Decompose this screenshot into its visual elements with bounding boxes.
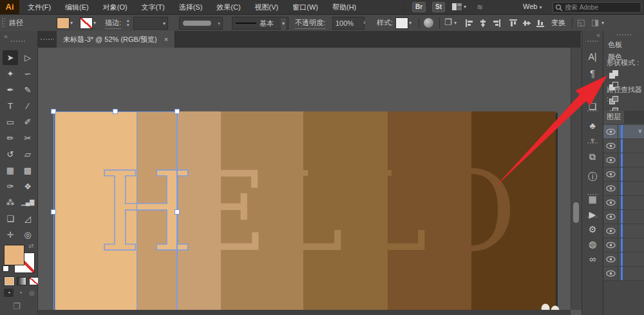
menu-窗口(W)[interactable]: 窗口(W) <box>285 0 325 14</box>
scissors-tool[interactable]: ✂ <box>20 131 35 146</box>
workspace-layout-icon[interactable] <box>452 3 462 12</box>
blend-tool[interactable]: ❖ <box>20 179 35 194</box>
divide-button[interactable] <box>609 95 620 107</box>
document-tab[interactable]: 未标题-3* @ 52% (RGB/预览) × <box>57 31 175 48</box>
opacity-label[interactable]: 不透明度: <box>295 17 325 29</box>
color-mode-button[interactable] <box>5 277 14 285</box>
chevron-down-icon[interactable]: ▾ <box>93 20 96 26</box>
layer-row[interactable] <box>603 253 644 267</box>
tab-layers[interactable]: 图层 <box>603 111 624 124</box>
align-bottom-button[interactable] <box>536 19 545 29</box>
rotate-tool[interactable]: ↺ <box>3 147 18 162</box>
zoom-tool[interactable]: ◎ <box>20 227 35 242</box>
rectangle-tool[interactable]: ▭ <box>3 115 18 129</box>
visibility-eye-icon[interactable] <box>606 185 616 193</box>
menu-对象(O)[interactable]: 对象(O) <box>96 0 135 14</box>
dock-cc-libraries-panel[interactable]: ◍ <box>582 239 603 249</box>
draw-normal-button[interactable]: ◔ <box>4 289 14 297</box>
opacity-expand-button[interactable]: › <box>363 17 365 28</box>
hand-tool[interactable]: ✛ <box>3 227 18 242</box>
scale-tool[interactable]: ▱ <box>20 147 35 162</box>
panel-grip[interactable] <box>1 17 5 28</box>
magic-wand-tool[interactable]: ✦ <box>3 66 18 81</box>
width-profile-select[interactable]: ▾ <box>179 17 223 30</box>
visibility-eye-icon[interactable] <box>606 171 616 179</box>
paintbrush-tool[interactable]: ✐ <box>20 115 35 129</box>
dock-character-panel[interactable]: A| <box>582 52 603 62</box>
fill-swatch[interactable] <box>4 245 24 265</box>
selection-handle[interactable] <box>52 210 56 215</box>
lasso-tool[interactable]: ∽ <box>20 66 35 81</box>
default-fill-stroke-icon[interactable] <box>3 265 9 272</box>
layer-row[interactable] <box>603 167 644 182</box>
layer-row[interactable] <box>603 153 644 167</box>
menu-选择(S)[interactable]: 选择(S) <box>172 0 210 14</box>
transform-label[interactable]: 变换 <box>551 17 565 28</box>
layer-row[interactable] <box>603 196 644 210</box>
document-setup-icon[interactable]: ❐ <box>444 17 452 28</box>
stock-button[interactable]: St <box>432 2 445 12</box>
gradient-mode-button[interactable] <box>17 277 26 285</box>
dock-symbols-panel[interactable]: ♣ <box>582 120 603 131</box>
align-v-middle-button[interactable] <box>522 19 531 29</box>
symbol-sprayer-tool[interactable]: ⁂ <box>3 195 18 210</box>
isolate-selection-icon[interactable]: ◱ <box>577 17 585 28</box>
chevron-down-icon[interactable]: ∨ <box>638 128 642 134</box>
workspace-switcher[interactable]: Web ▾ <box>523 3 542 10</box>
align-left-button[interactable] <box>465 19 474 29</box>
dock-opentype-panel[interactable]: O <box>582 84 603 95</box>
dock-color-themes-panel[interactable]: ♆ <box>582 135 603 146</box>
artboard-tool[interactable]: ❏ <box>3 211 18 226</box>
layer-row[interactable] <box>603 224 644 238</box>
type-tool[interactable]: T <box>3 99 18 113</box>
none-mode-button[interactable] <box>29 277 39 285</box>
pen-tool[interactable]: ✒ <box>3 82 18 97</box>
tab-swatches[interactable]: 色板 <box>605 39 625 51</box>
artboard-artwork[interactable]: HELLO <box>38 48 571 315</box>
menu-编辑(E)[interactable]: 编辑(E) <box>58 0 96 14</box>
selection-handle[interactable] <box>175 210 180 215</box>
expand-dock-icon[interactable]: « <box>596 31 600 39</box>
curvature-tool[interactable]: ✎ <box>20 82 35 97</box>
unite-button[interactable] <box>609 70 620 81</box>
dock-transform-panel[interactable]: ▦ <box>582 194 603 204</box>
direct-selection-tool[interactable]: ▷ <box>20 50 35 65</box>
visibility-eye-icon[interactable] <box>606 242 616 250</box>
screen-mode-button[interactable]: ❐ <box>13 301 21 311</box>
menu-帮助(H)[interactable]: 帮助(H) <box>325 0 363 14</box>
eyedropper-tool[interactable]: ✑ <box>3 179 18 194</box>
dock-info-panel[interactable]: ⓘ <box>582 171 603 183</box>
vertical-scrollbar[interactable] <box>571 48 582 310</box>
menu-文件(F)[interactable]: 文件(F) <box>21 0 58 14</box>
dock-export-panel[interactable]: ❏ <box>582 101 603 111</box>
layer-row[interactable] <box>603 182 644 196</box>
chevron-down-icon[interactable]: ▾ <box>70 20 73 26</box>
line-tool[interactable]: ∕ <box>20 99 35 113</box>
selection-handle[interactable] <box>175 110 180 114</box>
visibility-eye-icon[interactable] <box>606 270 616 278</box>
layer-row[interactable] <box>603 139 644 153</box>
gradient-tool[interactable]: ▩ <box>20 163 35 178</box>
visibility-eye-icon[interactable] <box>606 227 616 236</box>
opacity-value[interactable]: 100% <box>332 17 365 30</box>
mesh-tool[interactable]: ▦ <box>3 163 18 178</box>
visibility-eye-icon[interactable] <box>606 199 616 207</box>
style-swatch[interactable] <box>395 17 408 29</box>
draw-behind-button[interactable]: ◔ <box>15 289 25 297</box>
tab-bar-grip[interactable] <box>40 38 54 41</box>
draw-inside-button[interactable]: ◎ <box>27 289 37 297</box>
dock-artboards-panel[interactable]: ⧉ <box>582 151 603 162</box>
graph-tool[interactable]: ▁▄▇ <box>20 195 35 210</box>
tool-panel-grip[interactable] <box>10 40 26 43</box>
align-h-center-button[interactable] <box>478 19 488 29</box>
dock-settings-panel[interactable]: ⚙ <box>582 224 603 234</box>
selection-tool[interactable]: ➤ <box>3 50 18 65</box>
dock-paragraph-panel[interactable]: ¶ <box>582 68 603 79</box>
swap-fill-stroke-icon[interactable]: ⇄ <box>28 242 33 249</box>
app-logo[interactable]: Ai <box>0 0 19 14</box>
dock-grip[interactable] <box>587 40 598 43</box>
stroke-weight-select[interactable]: ▾ <box>133 17 168 30</box>
dock-actions-panel[interactable]: ▶ <box>582 209 603 220</box>
chevron-down-icon[interactable]: ▾ <box>409 20 412 26</box>
vertical-scrollbar-thumb[interactable] <box>573 202 579 223</box>
